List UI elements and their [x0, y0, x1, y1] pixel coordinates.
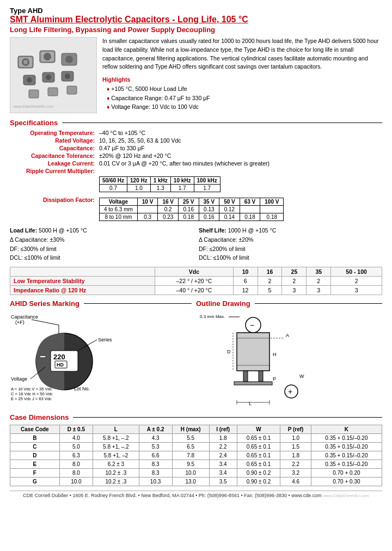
case-dim-header: A ± 0.2 — [139, 425, 172, 434]
dissipation-cell: 0.3 — [137, 213, 158, 221]
dissipation-cell: 4 to 6.3 mm — [100, 206, 138, 213]
case-dim-cell: 1.5 — [280, 443, 311, 451]
highlight-item: +105 °C, 5000 Hour Load Life — [107, 84, 382, 94]
case-dim-cell: 0.90 ± 0.2 — [237, 469, 280, 477]
shelf-life-items: Δ Capacitance: ±20%DF: ≤200% of limitDCL… — [199, 235, 382, 262]
case-code-cell: D — [10, 451, 60, 460]
low-temp-row1-value: 2 — [307, 277, 331, 286]
dissipation-cell: 0.14 — [219, 213, 240, 221]
svg-text:E = 25 Vdc   J = 63 Vdc: E = 25 Vdc J = 63 Vdc — [11, 396, 52, 401]
svg-point-10 — [27, 77, 32, 83]
svg-rect-46 — [259, 371, 263, 382]
dissipation-cell — [260, 206, 284, 213]
low-temp-col-header: 16 — [258, 267, 282, 277]
specs-section-title: Specifications — [10, 119, 58, 127]
low-temp-row1-value: 6 — [233, 277, 258, 286]
dissipation-cell — [240, 206, 260, 213]
svg-text:Series: Series — [98, 337, 112, 342]
svg-text:Lot No.: Lot No. — [74, 386, 90, 391]
case-dim-header: W — [237, 425, 280, 434]
dissipation-cell — [137, 206, 158, 213]
ripple-freq-value: 1.3 — [150, 185, 170, 192]
dissipation-row: 8 to 10 mm0.30.230.180.160.140.180.18 — [100, 213, 284, 221]
svg-text:−: − — [40, 351, 46, 362]
case-dim-cell: 0.70 + 0.30 — [311, 477, 382, 486]
shelf-life-title: Shelf Life: — [199, 227, 226, 234]
case-dim-cell: 9.5 — [172, 460, 209, 469]
ripple-freq-value: 0.7 — [100, 185, 127, 192]
type-label: Type AHD — [10, 7, 382, 15]
dissipation-cell: 0.18 — [240, 213, 260, 221]
outline-drawing-title: Outline Drawing — [196, 299, 250, 308]
dissipation-header: 16 V — [158, 198, 179, 206]
shelf-life-section: Shelf Life: 1000 H @ +105 °C Δ Capacitan… — [199, 226, 382, 262]
dissipation-table-row: Dissipation Factor: Voltage10 V16 V25 V3… — [10, 196, 382, 222]
case-dim-cell: 2.2 — [280, 460, 311, 469]
ahd-marking-title: AHID Series Marking — [10, 299, 79, 308]
case-dim-cell: 3.5 — [209, 477, 237, 486]
case-dim-cell: 8.0 — [59, 469, 93, 477]
svg-rect-42 — [237, 333, 270, 371]
low-temp-col-header: 10 — [233, 267, 258, 277]
shelf-life-value: 1000 H @ +105 °C — [228, 227, 277, 234]
shelf-life-item: DF: ≤200% of limit — [199, 244, 382, 254]
case-code-cell: G — [10, 477, 60, 486]
svg-text:W: W — [299, 374, 304, 379]
svg-text:220: 220 — [53, 353, 65, 361]
low-temp-row2-value: 12 — [233, 286, 258, 295]
low-temp-row2-value: 3 — [307, 286, 331, 295]
low-temp-vdc-header: Vdc — [155, 267, 233, 277]
dissipation-header: 10 V — [137, 198, 158, 206]
case-dim-cell: 10.2 ± .3 — [93, 469, 139, 477]
svg-line-26 — [32, 320, 59, 325]
case-dim-cell: 1.0 — [280, 434, 311, 443]
case-dim-cell: 1.8 — [209, 434, 237, 443]
case-dim-cell: 4.6 — [280, 477, 311, 486]
case-dims-title: Case Dimensions — [10, 413, 69, 421]
low-temp-row2-value: 3 — [331, 286, 382, 295]
ripple-table-row: 50/60 Hz120 Hz1 kHz10 kHz100 kHz0.71.01.… — [10, 176, 382, 194]
dissipation-header: 35 V — [199, 198, 219, 206]
svg-rect-45 — [243, 371, 248, 382]
dissipation-cell: 8 to 10 mm — [100, 213, 138, 221]
dissipation-header: 50 V — [219, 198, 240, 206]
product-image: www.DataSheet4U.com — [10, 37, 97, 113]
spec-row: Capacitance:0.47 μF to 330 μF — [10, 144, 382, 152]
svg-text:H: H — [273, 352, 277, 357]
svg-rect-15 — [29, 90, 39, 98]
case-dim-cell: 10.2 ± .3 — [93, 477, 139, 486]
low-temp-table: Vdc1016253550 - 100Low Temperature Stabi… — [10, 267, 382, 295]
highlight-item: Voltage Range: 10 Vdc to 100 Vdc — [107, 102, 382, 112]
case-dim-header: K — [311, 425, 382, 434]
load-life-title: Load Life: — [10, 227, 37, 234]
dissipation-cell: 0.16 — [178, 206, 199, 213]
low-temp-col-header: 35 — [307, 267, 331, 277]
svg-text:P: P — [273, 376, 276, 382]
dissipation-cell: 0.23 — [158, 213, 179, 221]
low-temp-row2-value: 3 — [282, 286, 307, 295]
outline-drawing-diagram: 0.3 mm Max. − + D H P — [199, 310, 382, 409]
dissipation-factor-table: Voltage10 V16 V25 V35 V50 V63 V100 V4 to… — [99, 198, 284, 221]
case-dim-row: D6.35.8 +1, –26.67.82.40.65 ± 0.11.80.35… — [10, 451, 382, 460]
spec-row: Rated Voltage:10, 16, 25, 35, 50, 63 & 1… — [10, 137, 382, 144]
case-dim-cell: 0.65 ± 0.1 — [237, 451, 280, 460]
case-dim-cell: 3.2 — [280, 469, 311, 477]
low-temp-row1-temp: –22 ° / +20 °C — [155, 277, 233, 286]
ahd-outline-section: 220 HD − Capacitance (×F) Series Voltage… — [10, 310, 382, 409]
low-temp-row1-value: 2 — [331, 277, 382, 286]
ripple-freq-value: 1.7 — [170, 185, 194, 192]
case-dim-cell: 5.0 — [59, 443, 93, 451]
shelf-life-item: Δ Capacitance: ±20% — [199, 235, 382, 244]
case-dim-header: I (ref) — [209, 425, 237, 434]
ripple-freq-header: 50/60 Hz — [100, 177, 127, 185]
shelf-life-item: DCL: ≤100% of limit — [199, 253, 382, 262]
svg-text:(×F): (×F) — [15, 320, 24, 325]
load-life-item: Δ Capacitance: ±30% — [10, 235, 193, 244]
main-title: SMT Aluminum Electrolytic Capacitors - L… — [10, 15, 382, 25]
case-dim-cell: 5.8 +1, –.2 — [93, 443, 139, 451]
svg-text:D: D — [227, 349, 231, 354]
case-dim-cell: 5.5 — [172, 434, 209, 443]
case-code-cell: F — [10, 469, 60, 477]
case-dim-cell: 8.3 — [139, 469, 172, 477]
svg-rect-16 — [48, 88, 58, 96]
